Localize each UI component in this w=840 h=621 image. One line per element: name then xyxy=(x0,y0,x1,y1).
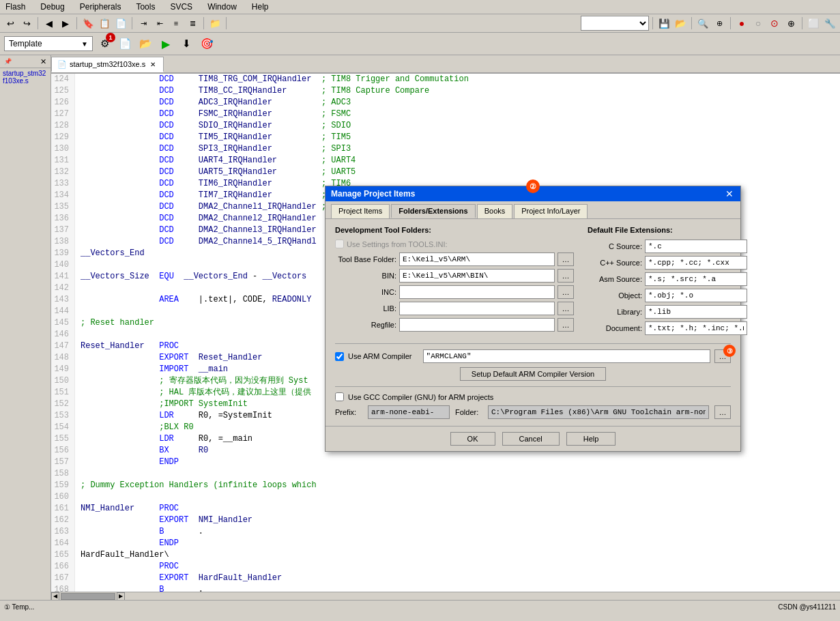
search2-btn[interactable]: ⊕ xyxy=(712,16,727,31)
template-dropdown-container[interactable]: Template ▼ xyxy=(4,36,93,51)
lib-browse-btn[interactable]: … xyxy=(557,302,574,315)
default-ext-label: Default File Extensions: xyxy=(588,226,731,234)
open-btn[interactable]: 📂 xyxy=(136,35,154,53)
h-scrollbar[interactable]: ◀ ▶ xyxy=(51,592,840,600)
arm-compiler-browse-btn[interactable]: … ③ xyxy=(714,349,731,363)
manage-items-btn[interactable]: ⚙ 1 xyxy=(96,35,113,53)
bin-input[interactable] xyxy=(399,269,555,283)
load-btn[interactable]: 📂 xyxy=(673,16,688,31)
scroll-thumb[interactable] xyxy=(61,593,115,600)
panel-close-btn[interactable]: ✕ xyxy=(38,57,48,66)
target-btn[interactable]: 🎯 xyxy=(198,35,216,53)
menu-help[interactable]: Help xyxy=(249,1,272,12)
gcc-folder-label: Folder: xyxy=(455,408,482,416)
dev-tool-label: Development Tool Folders: xyxy=(335,226,574,234)
run-btn[interactable]: ● xyxy=(734,16,749,31)
config-dropdown[interactable] xyxy=(581,16,649,31)
tool-base-browse-btn[interactable]: … xyxy=(557,252,574,266)
layout-btn[interactable]: ⬜ xyxy=(806,16,821,31)
regfile-browse-btn[interactable]: … xyxy=(557,318,574,332)
lib-input[interactable] xyxy=(399,302,555,315)
ok-button[interactable]: OK xyxy=(450,432,495,446)
copy-btn[interactable]: 📋 xyxy=(97,16,112,31)
table-row: 125 DCD TIM8_CC_IRQHandler ; TIM8 Captur… xyxy=(51,85,840,97)
green-arrow-btn[interactable]: ▶ xyxy=(157,35,175,53)
align-btn[interactable]: ≡ xyxy=(169,16,184,31)
modal-tab-project-items[interactable]: Project Items xyxy=(331,204,390,218)
menu-debug[interactable]: Debug xyxy=(38,1,67,12)
gcc-prefix-input[interactable] xyxy=(368,405,450,419)
dropdown-arrow-icon: ▼ xyxy=(81,40,88,48)
badge-3-icon: ③ xyxy=(723,345,736,357)
menu-svcs[interactable]: SVCS xyxy=(167,1,195,12)
modal-tab-books[interactable]: Books xyxy=(477,204,513,218)
stop-btn[interactable]: ○ xyxy=(751,16,766,31)
regfile-label: Regfile: xyxy=(335,321,396,329)
forward-btn[interactable]: ▶ xyxy=(58,16,73,31)
document-input[interactable] xyxy=(645,321,747,335)
menu-tools[interactable]: Tools xyxy=(133,1,158,12)
object-input[interactable] xyxy=(645,289,747,302)
search-btn[interactable]: 🔍 xyxy=(695,16,710,31)
menu-peripherals[interactable]: Peripherals xyxy=(77,1,124,12)
scroll-arrow-left[interactable]: ◀ xyxy=(51,592,59,601)
table-row: 165HardFault_Handler\ xyxy=(51,549,840,561)
multi-btn[interactable]: ⊕ xyxy=(783,16,798,31)
menu-window[interactable]: Window xyxy=(205,1,240,12)
inc-browse-btn[interactable]: … xyxy=(557,285,574,299)
template-label: Template xyxy=(9,39,81,48)
indent-btn[interactable]: ⇥ xyxy=(136,16,151,31)
tools-ini-check[interactable] xyxy=(335,240,344,248)
panel-file-item[interactable]: startup_stm32f103xe.s xyxy=(0,68,50,86)
cpp-source-input[interactable] xyxy=(645,256,747,270)
tab-icon: 📄 xyxy=(57,60,67,69)
arm-compiler-input[interactable] xyxy=(423,349,710,363)
tools-ini-label: Use Settings from TOOLS.INI: xyxy=(347,240,448,248)
table-row: 162 EXPORT NMI_Handler xyxy=(51,515,840,526)
align2-btn[interactable]: ≣ xyxy=(185,16,200,31)
gcc-check[interactable] xyxy=(335,392,344,401)
modal-tab-folders[interactable]: Folders/Extensions xyxy=(391,204,475,218)
undo-btn[interactable]: ↩ xyxy=(3,16,18,31)
help-button[interactable]: Help xyxy=(566,432,616,446)
toolbar-row1: ↩ ↪ ◀ ▶ 🔖 📋 📄 ⇥ ⇤ ≡ ≣ 📁 💾 📂 🔍 ⊕ ● ○ ⊙ ⊕ … xyxy=(0,14,840,33)
bin-browse-btn[interactable]: … xyxy=(557,269,574,283)
menu-flash[interactable]: Flash xyxy=(3,1,28,12)
scroll-arrow-right[interactable]: ▶ xyxy=(117,592,125,601)
bookmark-btn[interactable]: 🔖 xyxy=(81,16,96,31)
modal-content: Development Tool Folders: Use Settings f… xyxy=(325,219,740,426)
setup-default-btn[interactable]: Setup Default ARM Compiler Version xyxy=(460,367,606,381)
gcc-folder-input[interactable] xyxy=(488,405,709,419)
c-source-input[interactable] xyxy=(645,240,747,253)
tab-close-btn[interactable]: ✕ xyxy=(148,59,158,69)
paste-btn[interactable]: 📄 xyxy=(113,16,128,31)
download-btn[interactable]: ⬇ xyxy=(177,35,195,53)
back-btn[interactable]: ◀ xyxy=(42,16,57,31)
save-btn[interactable]: 💾 xyxy=(656,16,671,31)
macro-btn[interactable]: 📁 xyxy=(207,16,222,31)
editor-tab-active[interactable]: 📄 startup_stm32f103xe.s ✕ xyxy=(51,57,164,72)
pin-btn[interactable]: 📌 xyxy=(3,57,12,66)
cancel-button[interactable]: Cancel xyxy=(502,432,560,446)
arm-compiler-check[interactable] xyxy=(335,352,344,361)
gcc-folder-browse-btn[interactable]: … xyxy=(714,405,731,419)
toolbar-row2: Template ▼ ⚙ 1 📄 📂 ▶ ⬇ 🎯 xyxy=(0,33,840,55)
tool-base-input[interactable] xyxy=(399,252,555,266)
modal-close-btn[interactable]: ✕ xyxy=(724,189,735,199)
modal-tabs: Project Items Folders/Extensions Books P… xyxy=(325,201,740,219)
table-row: 160 xyxy=(51,491,840,503)
modal-title-bar: Manage Project Items ② ✕ xyxy=(325,186,740,201)
outdent-btn[interactable]: ⇤ xyxy=(152,16,167,31)
asm-source-input[interactable] xyxy=(645,272,747,286)
asm-source-label: Asm Source: xyxy=(588,275,642,283)
inc-input[interactable] xyxy=(399,285,555,299)
reset-btn[interactable]: ⊙ xyxy=(767,16,782,31)
library-input[interactable] xyxy=(645,305,747,319)
redo-btn[interactable]: ↪ xyxy=(19,16,34,31)
arm-compiler-check-label: Use ARM Compiler xyxy=(348,352,412,360)
regfile-input[interactable] xyxy=(399,318,555,332)
modal-tab-project-info[interactable]: Project Info/Layer xyxy=(514,204,588,218)
table-row: 159; Dummy Exception Handlers (infinite … xyxy=(51,480,840,491)
settings-btn[interactable]: 🔧 xyxy=(822,16,837,31)
new-btn[interactable]: 📄 xyxy=(116,35,134,53)
